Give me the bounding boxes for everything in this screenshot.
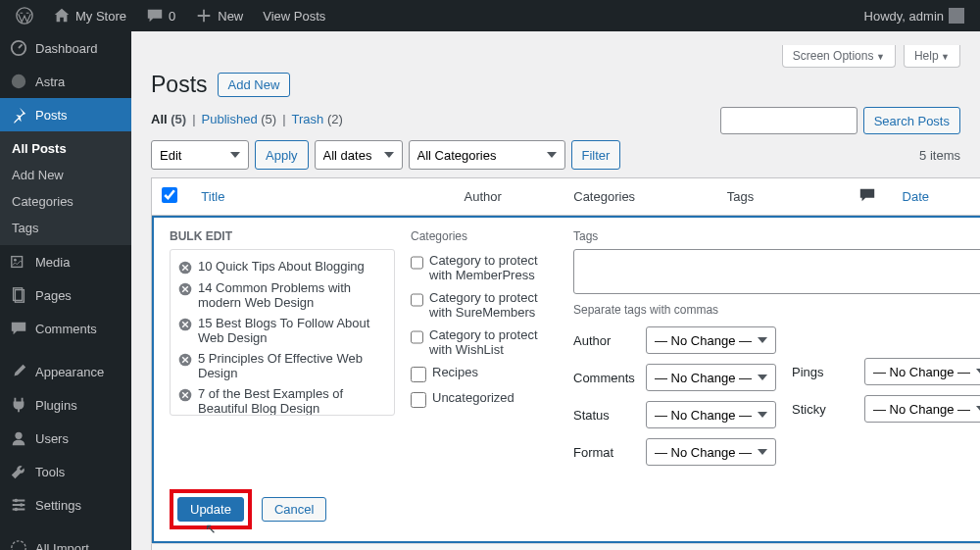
comments-col-icon [858, 186, 876, 204]
bulk-tags-heading: Tags [573, 229, 980, 243]
comments-icon [10, 320, 27, 337]
remove-icon[interactable] [178, 261, 192, 275]
site-name-label: My Store [75, 9, 126, 24]
row-comments: — [849, 544, 893, 551]
dashboard-icon [10, 39, 27, 57]
svg-rect-3 [12, 257, 23, 268]
astra-icon [10, 73, 27, 90]
pages-icon [10, 286, 27, 304]
sidebar-sub-categories[interactable]: Categories [0, 188, 131, 215]
remove-icon[interactable] [178, 282, 192, 296]
tags-help: Separate tags with commas [573, 303, 980, 317]
media-icon [10, 253, 27, 271]
sticky-select[interactable]: — No Change — [864, 395, 980, 423]
tags-textarea[interactable] [573, 249, 980, 294]
col-title[interactable]: Title [201, 189, 224, 204]
avatar [949, 8, 964, 24]
bulk-title-item: 15 Best Blogs To Follow About Web Design [171, 313, 394, 348]
filter-button[interactable]: Filter [571, 140, 621, 170]
sidebar-item-all-import[interactable]: All Import [0, 531, 131, 550]
cat-checkbox-row[interactable]: Category to protect with WishList [411, 324, 558, 361]
apply-button[interactable]: Apply [255, 140, 309, 170]
remove-icon[interactable] [178, 388, 192, 402]
sidebar-sub-add-new[interactable]: Add New [0, 162, 131, 188]
sidebar-item-users[interactable]: Users [0, 422, 131, 455]
view-posts[interactable]: View Posts [255, 0, 333, 31]
cancel-button[interactable]: Cancel [262, 497, 326, 522]
col-tags: Tags [717, 178, 849, 216]
bulk-title-item: 7 of the Best Examples of Beautiful Blog… [171, 383, 394, 416]
svg-point-10 [15, 508, 19, 512]
table-row: 10 Quick Tips About Blogging admin Uncat… [152, 544, 981, 551]
user-icon [10, 429, 27, 447]
status-label: Status [573, 408, 638, 423]
sidebar-item-tools[interactable]: Tools [0, 455, 131, 488]
col-author: Author [455, 178, 564, 216]
howdy-user[interactable]: Howdy, admin [857, 0, 972, 31]
status-select[interactable]: — No Change — [646, 401, 776, 428]
pings-label: Pings [792, 365, 857, 379]
comments-bubble[interactable]: 0 [138, 0, 183, 31]
sticky-label: Sticky [792, 402, 857, 417]
sidebar-item-dashboard[interactable]: Dashboard [0, 31, 131, 65]
format-select[interactable]: — No Change — [646, 438, 776, 466]
svg-point-7 [15, 432, 22, 439]
comments-count: 0 [169, 9, 175, 24]
items-count: 5 items [919, 148, 960, 163]
svg-point-4 [14, 259, 17, 262]
brush-icon [10, 363, 27, 380]
pings-select[interactable]: — No Change — [864, 358, 980, 385]
new-content[interactable]: New [187, 0, 251, 31]
wp-logo[interactable] [8, 0, 41, 31]
help-button[interactable]: Help [904, 45, 960, 68]
col-date[interactable]: Date [903, 189, 929, 204]
site-name[interactable]: My Store [45, 0, 134, 31]
screen-options-button[interactable]: Screen Options [782, 45, 896, 68]
bulk-cats-heading: Categories [411, 229, 558, 243]
add-new-button[interactable]: Add New [218, 73, 291, 97]
author-select[interactable]: — No Change — [646, 326, 776, 354]
sidebar-sub-all-posts[interactable]: All Posts [0, 135, 131, 162]
cat-checkbox-row[interactable]: Category to protect with MemberPress [411, 249, 558, 286]
bulk-action-select[interactable]: Edit [151, 140, 249, 170]
sidebar-item-media[interactable]: Media [0, 245, 131, 278]
svg-point-2 [12, 75, 25, 88]
comments-select[interactable]: — No Change — [646, 364, 776, 391]
category-filter-select[interactable]: All Categories [409, 140, 565, 170]
search-input[interactable] [720, 107, 858, 134]
sidebar-item-posts[interactable]: Posts [0, 98, 131, 131]
select-all-checkbox[interactable] [162, 187, 177, 203]
sidebar-item-settings[interactable]: Settings [0, 488, 131, 522]
cat-checkbox-row[interactable]: Uncategorized [411, 386, 558, 412]
new-label: New [218, 9, 243, 24]
wordpress-icon [16, 7, 33, 25]
sidebar-item-appearance[interactable]: Appearance [0, 355, 131, 388]
comment-icon [146, 7, 164, 25]
date-filter-select[interactable]: All dates [315, 140, 403, 170]
plug-icon [10, 396, 27, 414]
pin-icon [10, 106, 27, 124]
filter-trash[interactable]: Trash (2) [292, 112, 343, 126]
col-categories: Categories [564, 178, 716, 216]
sidebar-item-astra[interactable]: Astra [0, 65, 131, 98]
sliders-icon [10, 496, 27, 514]
update-button[interactable]: Update [177, 497, 244, 522]
remove-icon[interactable] [178, 353, 192, 367]
comments-label: Comments [573, 371, 638, 385]
format-label: Format [573, 445, 638, 460]
cat-checkbox-row[interactable]: Category to protect with SureMembers [411, 286, 558, 324]
search-button[interactable]: Search Posts [863, 107, 960, 134]
bulk-title-item: 10 Quick Tips About Blogging [171, 256, 394, 277]
sidebar-item-plugins[interactable]: Plugins [0, 388, 131, 422]
remove-icon[interactable] [178, 318, 192, 331]
sidebar-item-comments[interactable]: Comments [0, 312, 131, 345]
svg-point-11 [12, 541, 25, 550]
bulk-title-item: 14 Common Problems with modern Web Desig… [171, 277, 394, 313]
author-label: Author [573, 333, 638, 348]
sidebar-sub-tags[interactable]: Tags [0, 215, 131, 241]
filter-all[interactable]: All (5) [151, 112, 186, 126]
update-highlight: Update ↖ [170, 489, 252, 529]
sidebar-item-pages[interactable]: Pages [0, 278, 131, 312]
filter-published[interactable]: Published (5) [202, 112, 277, 126]
cat-checkbox-row[interactable]: Recipes [411, 361, 558, 386]
